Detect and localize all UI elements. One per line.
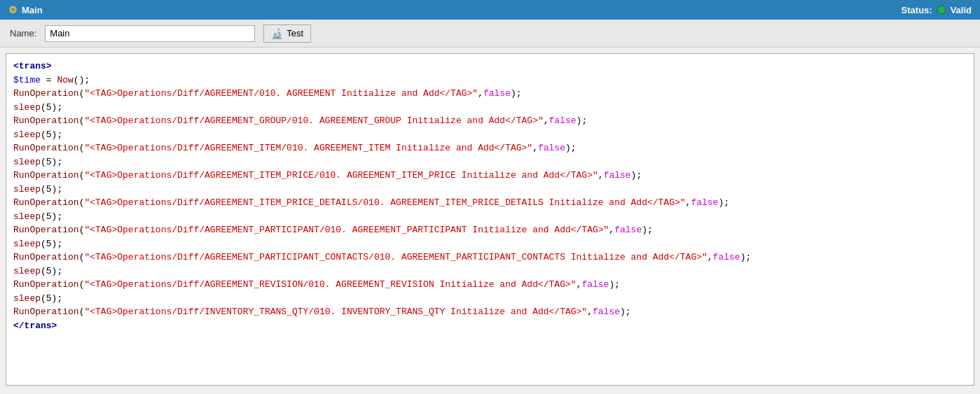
status-indicator — [937, 5, 946, 15]
test-button[interactable]: 🔬 Test — [263, 24, 311, 43]
test-icon: 🔬 — [271, 28, 283, 39]
title-bar-left: ⚙ Main — [8, 4, 43, 15]
status-label: Status: — [902, 5, 932, 15]
name-bar: Name: 🔬 Test — [0, 20, 980, 48]
code-editor[interactable]: <trans> $time = Now(); RunOperation("<TA… — [6, 53, 974, 386]
window-title: Main — [22, 5, 43, 15]
test-button-label: Test — [287, 28, 303, 38]
name-label: Name: — [10, 28, 36, 38]
title-bar: ⚙ Main Status: Valid — [0, 0, 980, 20]
var-time: $time — [13, 75, 41, 85]
trans-close: </trans> — [13, 321, 57, 331]
trans-open: <trans> — [13, 61, 52, 71]
status-area: Status: Valid — [902, 5, 972, 15]
main-icon: ⚙ — [8, 4, 18, 15]
status-value: Valid — [951, 5, 972, 15]
name-input[interactable] — [45, 25, 255, 42]
